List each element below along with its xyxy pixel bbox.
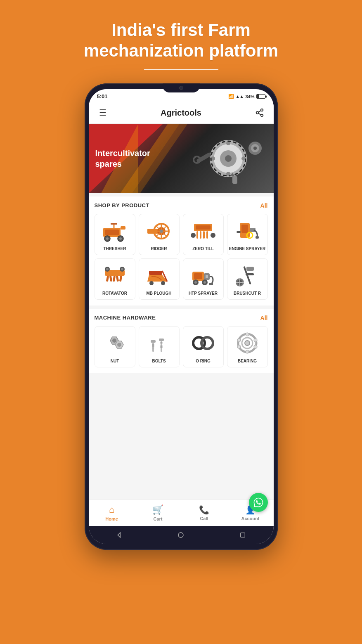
- whatsapp-icon: [253, 497, 264, 508]
- machine-illustration: [191, 132, 265, 185]
- app-title: Agrictools: [161, 108, 201, 118]
- menu-button[interactable]: ☰: [96, 106, 109, 119]
- banner-text: Intercultivator spares: [95, 148, 150, 169]
- svg-rect-57: [113, 276, 116, 282]
- cart-icon: 🛒: [152, 504, 163, 515]
- nav-call[interactable]: 📞 Call: [192, 505, 217, 521]
- share-icon: [255, 108, 264, 117]
- svg-rect-44: [203, 231, 205, 239]
- enginesprayer-icon: [234, 220, 260, 242]
- nav-cart[interactable]: 🛒 Cart: [146, 504, 170, 521]
- svg-point-108: [246, 350, 249, 353]
- banner[interactable]: Intercultivator spares: [89, 124, 274, 193]
- svg-rect-113: [240, 533, 245, 537]
- svg-point-65: [149, 281, 154, 285]
- home-icon: ⌂: [109, 504, 114, 515]
- oring-icon: [190, 332, 216, 354]
- product-card-htpsprayer[interactable]: HTP SPRAYER: [183, 258, 224, 300]
- svg-rect-49: [241, 225, 248, 233]
- product-card-thresher[interactable]: THRESHER: [95, 214, 135, 255]
- whatsapp-fab[interactable]: [249, 493, 268, 512]
- svg-rect-24: [105, 230, 119, 235]
- svg-point-104: [245, 341, 250, 346]
- product-card-rotavator[interactable]: ROTAVATOR: [95, 258, 135, 300]
- svg-point-86: [117, 343, 121, 347]
- svg-rect-31: [111, 223, 117, 225]
- shop-section-title: SHOP BY PRODUCT: [95, 202, 149, 208]
- cart-label: Cart: [153, 516, 162, 521]
- share-button[interactable]: [253, 106, 266, 119]
- bolts-label: BOLTS: [152, 359, 166, 364]
- zerotill-label: ZERO TILL: [192, 246, 214, 251]
- product-card-brushcutter[interactable]: BRUSHCUT R: [227, 258, 268, 300]
- svg-rect-55: [106, 276, 109, 282]
- nut-image: [101, 331, 129, 355]
- hardware-all-button[interactable]: All: [260, 315, 268, 321]
- zerotill-icon: [190, 220, 216, 242]
- home-label: Home: [105, 516, 118, 521]
- screen-content: Intercultivator spares: [89, 124, 274, 500]
- svg-point-39: [160, 230, 163, 233]
- svg-rect-41: [196, 225, 211, 230]
- htpsprayer-icon: [190, 264, 216, 286]
- product-card-enginesprayer[interactable]: ENGINE SPRAYER: [227, 214, 268, 255]
- shop-product-grid: THRESHER: [95, 214, 268, 303]
- status-time: 5:01: [97, 93, 108, 99]
- svg-point-20: [253, 147, 257, 150]
- svg-point-28: [119, 237, 122, 240]
- svg-point-75: [203, 281, 206, 284]
- thresher-label: THRESHER: [103, 246, 126, 251]
- hero-heading: India's first Farm mechanization platfor…: [84, 20, 278, 62]
- svg-rect-43: [200, 231, 201, 239]
- bolts-image: [145, 331, 173, 355]
- svg-point-63: [121, 268, 123, 270]
- svg-point-110: [237, 339, 241, 342]
- rotavator-image: [101, 263, 129, 288]
- camera: [179, 86, 183, 90]
- nav-home[interactable]: ⌂ Home: [99, 504, 124, 521]
- product-card-bolts[interactable]: BOLTS: [139, 326, 180, 367]
- svg-rect-58: [116, 275, 119, 282]
- svg-rect-56: [109, 275, 112, 282]
- product-card-bearing[interactable]: BEARING: [227, 326, 268, 367]
- product-card-zerotill[interactable]: ZERO TILL: [183, 214, 224, 255]
- svg-marker-111: [118, 533, 120, 537]
- svg-point-10: [225, 155, 232, 162]
- svg-rect-42: [196, 231, 198, 239]
- svg-point-106: [254, 339, 257, 342]
- svg-point-66: [161, 281, 165, 285]
- oring-label: O RING: [196, 359, 211, 364]
- shop-section: SHOP BY PRODUCT All: [89, 197, 274, 305]
- phone-screen: 5:01 📶 ▲▲ 34% ☰ Agrictools: [89, 89, 274, 544]
- shop-all-button[interactable]: All: [260, 202, 268, 209]
- android-back[interactable]: [115, 530, 124, 540]
- product-card-nut[interactable]: NUT: [95, 326, 135, 367]
- wifi-icon: 📶: [228, 94, 234, 99]
- svg-rect-51: [256, 236, 259, 239]
- nut-icon: [102, 332, 128, 354]
- ridger-label: RIDGER: [151, 246, 167, 251]
- brushcutter-label: BRUSHCUT R: [234, 291, 261, 296]
- battery-text: 34%: [245, 94, 254, 99]
- svg-rect-88: [152, 343, 154, 352]
- svg-line-3: [258, 114, 260, 115]
- banner-image: [187, 130, 270, 187]
- rotavator-label: ROTAVATOR: [102, 291, 127, 296]
- bottom-padding: [89, 376, 274, 383]
- bearing-icon: [234, 332, 260, 354]
- product-card-oring[interactable]: O RING: [183, 326, 224, 367]
- htpsprayer-image: [189, 263, 217, 288]
- product-card-ridger[interactable]: RIDGER: [139, 214, 180, 255]
- call-icon: 📞: [199, 505, 209, 515]
- android-recents[interactable]: [238, 530, 247, 540]
- app-bar: ☰ Agrictools: [89, 102, 274, 124]
- bottom-nav: ⌂ Home 🛒 Cart 📞 Call 👤 Account: [89, 500, 274, 526]
- thresher-image: [101, 218, 129, 243]
- battery-icon: [256, 94, 265, 99]
- svg-point-73: [194, 281, 197, 284]
- enginesprayer-image: [233, 218, 261, 243]
- mbplough-image: [145, 263, 173, 288]
- product-card-mbplough[interactable]: MB PLOUGH: [139, 258, 180, 300]
- hardware-product-grid: NUT: [95, 326, 268, 371]
- android-home[interactable]: [176, 530, 185, 540]
